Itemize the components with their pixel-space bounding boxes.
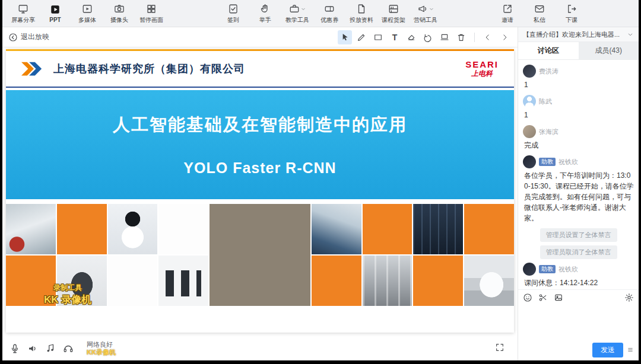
avatar: [523, 65, 536, 78]
chat-input[interactable]: [518, 305, 639, 339]
headset-icon: [63, 343, 74, 354]
course-shelf-button[interactable]: 课程货架: [377, 1, 410, 27]
chevron-down-icon: [300, 6, 306, 12]
mosaic-orange-tile: [363, 204, 412, 254]
marketing-tools-button[interactable]: 营销工具: [410, 1, 442, 27]
mosaic-orange-tile: [464, 204, 514, 254]
live-intro-bar[interactable]: 【直播介绍】欢迎来到上海电器...: [518, 27, 639, 42]
teaching-tools-button[interactable]: 教学工具: [281, 1, 313, 27]
raise-hand-label: 举手: [259, 16, 271, 24]
mosaic-orange-tile: [413, 256, 463, 306]
sign-in-button[interactable]: 签到: [217, 1, 249, 27]
send-button[interactable]: 发送: [592, 343, 623, 357]
network-status-text: 网络良好: [87, 341, 116, 349]
screen-annotation-tool[interactable]: [437, 30, 452, 44]
sender-name: 祝铁欣: [559, 265, 578, 274]
raise-hand-icon: [260, 3, 271, 15]
assistant-badge: 助教: [539, 265, 556, 273]
top-toolbar: 屏幕分享 PPT 多媒体 摄像头: [2, 0, 639, 27]
toolbar-group-left: 屏幕分享 PPT 多媒体 摄像头: [7, 1, 167, 27]
cursor-icon: [340, 33, 350, 42]
cursor-tool[interactable]: [338, 30, 352, 44]
chevron-down-icon: [429, 6, 434, 12]
image-upload-button[interactable]: [554, 293, 563, 302]
sender-name: 祝铁欣: [559, 158, 578, 167]
multimedia-button[interactable]: 多媒体: [71, 1, 103, 27]
previous-slide-button[interactable]: [481, 30, 495, 44]
trash-icon: [456, 33, 466, 42]
message-text: 各位学员，下午培训时间为：13:00-15:30。课程已经开始，请各位学员完成签…: [524, 170, 634, 223]
background-music-button[interactable]: [45, 343, 56, 354]
speaker-icon: [27, 343, 38, 354]
tab-discussion[interactable]: 讨论区: [518, 42, 579, 59]
text-tool[interactable]: T: [388, 30, 402, 44]
content-row: 退出放映 T: [2, 27, 639, 360]
camera-icon: [114, 3, 125, 15]
exit-presentation-button[interactable]: 退出放映: [8, 32, 49, 42]
sidebar-tabs: 讨论区 成员(43): [518, 42, 639, 60]
chat-message: 陈武 1: [523, 95, 634, 120]
microphone-button[interactable]: [9, 343, 20, 354]
chat-sidebar: 【直播介绍】欢迎来到上海电器... 讨论区 成员(43) 费洪涛 1: [518, 27, 639, 360]
exit-presentation-label: 退出放映: [21, 32, 49, 42]
raise-hand-button[interactable]: 举手: [249, 1, 281, 27]
fullscreen-button[interactable]: [495, 343, 504, 355]
rectangle-icon: [373, 33, 383, 42]
text-icon: T: [392, 33, 398, 42]
send-row: 发送: [518, 339, 639, 360]
message-text: 1: [524, 110, 634, 120]
end-class-button[interactable]: 下课: [556, 1, 588, 27]
mosaic-photo-wind-turbine: [6, 204, 56, 254]
seari-logo-subtext: 上电科: [465, 70, 499, 78]
slide-canvas[interactable]: 上海电器科学研究所（集团）有限公司 SEARI 上电科 人工智能基础及在智能制造…: [6, 49, 514, 333]
eraser-tool[interactable]: [404, 30, 418, 44]
private-message-button[interactable]: 私信: [523, 1, 556, 27]
live-classroom-app: 屏幕分享 PPT 多媒体 摄像头: [2, 0, 639, 360]
avatar: [523, 155, 536, 168]
emoji-button[interactable]: [523, 293, 532, 302]
cut-button[interactable]: [538, 293, 548, 302]
coupon-button[interactable]: 优惠券: [313, 1, 345, 27]
materials-label: 投放资料: [350, 16, 373, 24]
chat-message: 张海滨 完成: [523, 125, 634, 151]
sign-in-icon: [228, 3, 239, 15]
mosaic-photo-institute-building: [210, 204, 310, 306]
emoji-icon: [523, 293, 532, 302]
materials-button[interactable]: 投放资料: [345, 1, 377, 27]
materials-icon: [356, 3, 367, 15]
pen-tool[interactable]: [354, 30, 369, 44]
teaching-tools-icon: [289, 3, 306, 15]
ppt-button[interactable]: PPT: [39, 1, 71, 27]
screen-share-icon: [18, 3, 28, 15]
slide-subtitle: YOLO Faster R-CNN: [183, 159, 336, 177]
toolbar-group-right: 邀请 私信 下课: [491, 1, 634, 27]
gear-icon: [624, 293, 634, 302]
clear-annotations-tool[interactable]: [454, 30, 468, 44]
annotation-toolbar: T: [338, 30, 512, 44]
speaker-button[interactable]: [27, 343, 38, 354]
pause-screen-button[interactable]: 暂停画面: [135, 1, 167, 27]
pause-screen-icon: [146, 3, 157, 15]
audio-settings-button[interactable]: [63, 343, 74, 354]
multimedia-icon: [82, 3, 93, 15]
rectangle-tool[interactable]: [371, 30, 385, 44]
invite-icon: [502, 3, 513, 15]
message-text: 完成: [524, 140, 634, 151]
ppt-icon: [50, 4, 61, 15]
chat-message-list[interactable]: 费洪涛 1 陈武 1 张海滨 完成: [518, 60, 639, 289]
camera-button[interactable]: 摄像头: [103, 1, 135, 27]
undo-tool[interactable]: [421, 30, 435, 44]
chat-settings-button[interactable]: [624, 293, 634, 302]
laptop-icon: [440, 33, 449, 42]
screen-share-button[interactable]: 屏幕分享: [7, 1, 39, 27]
invite-button[interactable]: 邀请: [491, 1, 523, 27]
tab-members[interactable]: 成员(43): [579, 42, 639, 59]
send-options-icon[interactable]: [627, 346, 634, 353]
exit-presentation-icon: [8, 33, 18, 42]
coupon-icon: [324, 3, 335, 15]
next-slide-button[interactable]: [497, 30, 512, 44]
end-class-label: 下课: [566, 16, 577, 24]
message-icon: [534, 3, 545, 15]
screen-frame: 屏幕分享 PPT 多媒体 摄像头: [0, 0, 641, 364]
menu-lines-icon: [627, 346, 634, 353]
